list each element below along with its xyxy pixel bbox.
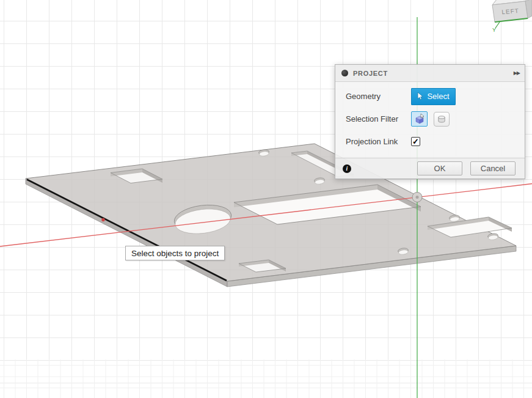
dialog-title: PROJECT <box>353 70 514 77</box>
origin-marker[interactable] <box>412 193 422 202</box>
dialog-footer: i OK Cancel <box>335 158 525 179</box>
filter-body-button[interactable] <box>434 112 450 127</box>
selection-filter-row: Selection Filter <box>335 108 525 130</box>
geometry-row: Geometry Select <box>335 85 525 108</box>
cylinder-icon <box>437 114 446 124</box>
dialog-header[interactable]: PROJECT ▶▶ <box>335 65 525 82</box>
collapse-arrows-icon[interactable]: ▶▶ <box>514 70 520 76</box>
cursor-icon <box>417 92 424 100</box>
viewcube[interactable]: LEFT Y <box>492 0 532 33</box>
select-button-label: Select <box>427 92 449 101</box>
y-axis-label: Y <box>492 27 496 33</box>
project-dialog: PROJECT ▶▶ Geometry Select Selection Fil… <box>335 64 525 179</box>
dialog-body: Geometry Select Selection Filter <box>335 82 525 158</box>
ok-button[interactable]: OK <box>417 161 462 175</box>
y-axis-indicator <box>495 22 500 28</box>
selection-filter-label: Selection Filter <box>346 114 411 123</box>
viewport[interactable]: LEFT Y PROJECT ▶▶ Geometry Select <box>0 0 532 398</box>
projection-link-checkbox[interactable]: ✓ <box>411 137 420 146</box>
filter-bodies-button[interactable] <box>411 111 428 127</box>
info-icon[interactable]: i <box>343 164 351 173</box>
viewport-canvas[interactable]: LEFT Y <box>0 0 532 398</box>
project-command-icon <box>341 70 348 76</box>
geometry-label: Geometry <box>346 92 411 101</box>
geometry-select-button[interactable]: Select <box>411 88 456 105</box>
cancel-button[interactable]: Cancel <box>470 161 516 175</box>
checkmark-icon: ✓ <box>412 138 419 146</box>
prompt-tooltip: Select objects to project <box>125 246 225 260</box>
projection-link-row: Projection Link ✓ <box>335 130 525 153</box>
projection-link-label: Projection Link <box>346 137 411 146</box>
body-select-icon <box>414 114 425 124</box>
edge-point-marker[interactable] <box>101 218 104 221</box>
